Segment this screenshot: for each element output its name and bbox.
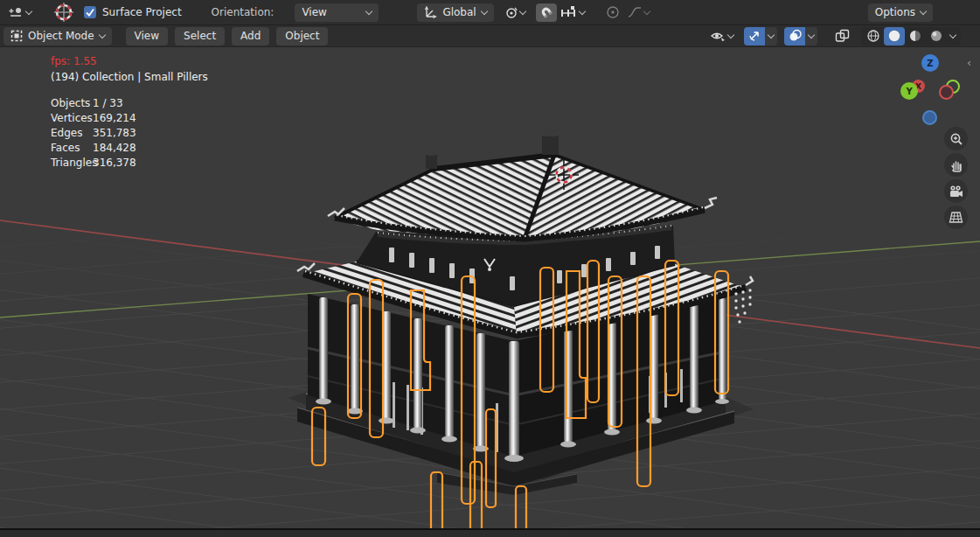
falloff-curve-icon	[627, 5, 643, 19]
snap-target-dropdown[interactable]	[557, 3, 588, 22]
shading-rendered-button[interactable]	[926, 27, 947, 45]
axes-icon	[424, 6, 437, 18]
axis-y-ball[interactable]: Y	[900, 82, 918, 100]
magnifier-plus-icon	[949, 132, 963, 146]
chevron-down-icon	[365, 7, 372, 14]
chevron-down-icon	[480, 7, 487, 14]
chevron-down-icon	[578, 7, 585, 14]
active-tool-icon	[9, 5, 24, 19]
object-mode-icon	[10, 30, 23, 42]
axis-z-ball[interactable]: Z	[921, 54, 939, 72]
chevron-down-icon	[518, 7, 525, 14]
active-collection-label: (194) Collection | Small Pillers	[51, 70, 208, 85]
tool-settings-header: Surface Project Orientation: View Global	[0, 0, 980, 25]
fps-readout: fps: 1.55	[51, 54, 208, 69]
viewport-stats-overlay: fps: 1.55 (194) Collection | Small Pille…	[51, 54, 208, 171]
zoom-control[interactable]	[944, 127, 968, 150]
shading-dropdown[interactable]	[947, 27, 959, 45]
shading-wireframe-button[interactable]	[863, 27, 884, 45]
orientation-label: Orientation:	[212, 6, 275, 18]
stat-row: Vertices 169,214	[51, 111, 208, 126]
proportional-falloff-dropdown[interactable]	[623, 3, 653, 22]
perspective-toggle-control[interactable]	[944, 206, 968, 229]
ortho-grid-icon	[949, 211, 963, 224]
shading-solid-button[interactable]	[884, 27, 905, 45]
mode-selector[interactable]: Object Mode	[3, 27, 112, 45]
gizmos-toggle[interactable]	[744, 27, 765, 45]
cursor-tool-icon	[54, 3, 73, 22]
chevron-down-icon	[643, 7, 650, 14]
proportional-editing-icon	[606, 5, 620, 19]
gizmos-dropdown[interactable]	[765, 27, 777, 45]
orientation-view-dropdown[interactable]: View	[295, 3, 379, 22]
stat-row: Edges 351,783	[51, 126, 208, 141]
xray-icon	[835, 29, 851, 43]
checkbox-checked-icon	[84, 6, 96, 18]
xray-toggle[interactable]	[831, 27, 854, 45]
pivot-point-dropdown[interactable]	[501, 3, 529, 22]
transform-orientation-dropdown[interactable]: Global	[417, 3, 493, 22]
stat-row: Objects 1 / 33	[51, 96, 208, 111]
viewport-header: Object Mode View Select Add Object	[0, 25, 980, 47]
axis-z-neg-ball[interactable]	[922, 110, 937, 125]
pan-control[interactable]	[944, 153, 968, 177]
menu-object[interactable]: Object	[276, 27, 328, 45]
snap-toggle[interactable]	[536, 3, 557, 22]
menu-select[interactable]: Select	[175, 27, 225, 45]
overlays-dropdown[interactable]	[805, 27, 817, 45]
surface-project-toggle[interactable]: Surface Project	[84, 6, 182, 18]
solid-sphere-icon	[887, 29, 901, 43]
snap-increment-icon	[560, 5, 578, 19]
active-tool-selector[interactable]	[5, 3, 35, 22]
material-sphere-icon	[908, 29, 922, 43]
visibility-dropdown[interactable]	[706, 27, 737, 45]
menu-view[interactable]: View	[126, 27, 168, 45]
chevron-down-icon	[98, 31, 105, 38]
stat-row: Faces 184,428	[51, 141, 208, 156]
camera-view-control[interactable]	[944, 179, 968, 203]
surface-project-label: Surface Project	[102, 6, 182, 18]
gizmo-arrow-icon	[747, 29, 761, 43]
rendered-sphere-icon	[929, 29, 943, 43]
magnet-icon	[539, 5, 553, 19]
chevron-down-icon	[920, 7, 927, 14]
chevron-down-icon	[25, 7, 32, 14]
overlays-icon	[788, 29, 802, 43]
sidebar-collapse-chevron[interactable]: ‹	[967, 56, 971, 69]
chevron-down-icon	[808, 31, 815, 38]
overlays-toggle[interactable]	[784, 27, 805, 45]
camera-icon	[949, 185, 963, 198]
wireframe-sphere-icon	[866, 29, 880, 43]
chevron-down-icon	[768, 31, 775, 38]
eye-icon	[710, 29, 726, 43]
stat-row: Triangles 316,378	[51, 156, 208, 171]
shading-material-button[interactable]	[905, 27, 926, 45]
pivot-icon	[504, 5, 518, 19]
status-bar	[0, 528, 980, 537]
proportional-editing-toggle[interactable]	[602, 3, 623, 22]
axis-x-neg-ball[interactable]	[939, 85, 954, 100]
options-dropdown[interactable]: Options	[868, 3, 933, 22]
chevron-down-icon	[727, 31, 734, 38]
menu-add[interactable]: Add	[232, 27, 269, 45]
chevron-down-icon	[949, 31, 956, 38]
hand-icon	[949, 158, 963, 172]
